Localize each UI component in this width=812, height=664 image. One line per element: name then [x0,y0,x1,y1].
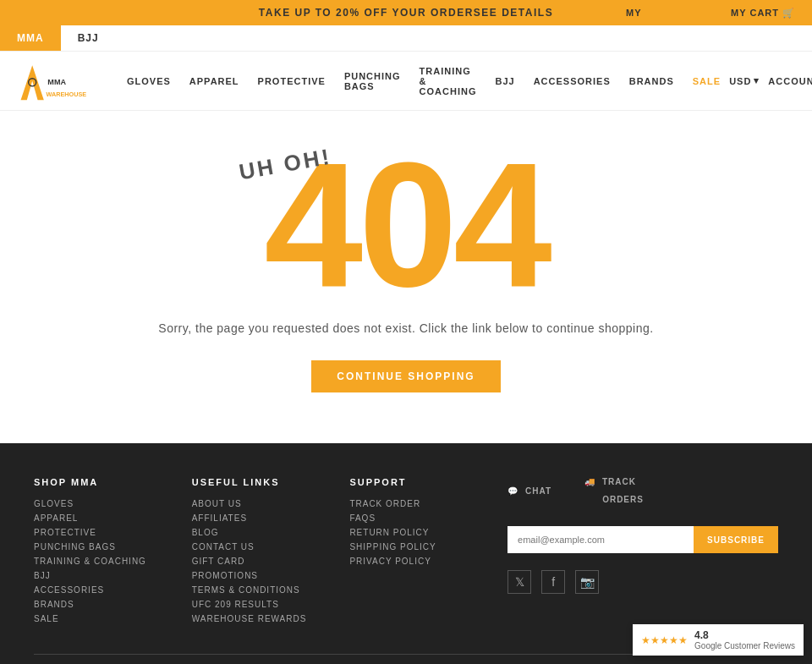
cart-icon: 🛒 [782,8,795,19]
footer-col2-heading: USEFUL LINKS [192,477,333,487]
header: MMA WAREHOUSE GLOVES APPAREL PROTECTIVE … [0,52,812,111]
nav-punching-bags[interactable]: PUNCHING BAGS [336,64,409,98]
usd-selector[interactable]: USD ▾ [729,75,760,86]
nav-apparel[interactable]: APPAREL [181,69,248,93]
footer-link-return[interactable]: RETURN POLICY [349,528,491,537]
google-reviews-label: Google Customer Reviews [694,641,795,650]
footer-link-promotions[interactable]: PROMOTIONS [192,571,333,580]
cart-link[interactable]: MY CART 🛒 [731,8,795,19]
footer-track-chat: 💬 CHAT 🚚 TRACK ORDERS [508,477,778,509]
nav-bjj[interactable]: BJJ [486,69,523,93]
chevron-down-icon: ▾ [754,75,760,86]
tab-bar: MMA BJJ [0,25,812,52]
announcement-bar: MY TAKE UP TO 20% OFF YOUR ORDERSEE DETA… [0,0,812,25]
tab-bjj[interactable]: BJJ [61,25,116,51]
footer-col1-heading: SHOP MMA [34,477,175,487]
nav-sale[interactable]: SALE [684,69,729,93]
footer-link-contact[interactable]: CONTACT US [192,542,333,552]
footer-col-actions: 💬 CHAT 🚚 TRACK ORDERS SUBSCRIBE 𝕏 f [508,477,778,628]
footer-col-shop-mma: SHOP MMA GLOVES APPAREL PROTECTIVE PUNCH… [34,477,175,628]
account-button[interactable]: ACCOUNT [768,76,812,86]
continue-shopping-button[interactable]: CONTINUE SHOPPING [311,360,500,392]
chat-button[interactable]: 💬 CHAT [508,477,551,509]
nav-protective[interactable]: PROTECTIVE [250,69,334,93]
rating-value: 4.8 [694,629,795,641]
footer-link-faqs[interactable]: FAQS [349,513,491,523]
subscribe-email-input[interactable] [508,526,694,553]
subscribe-button[interactable]: SUBSCRIBE [694,526,778,553]
subscribe-form: SUBSCRIBE [508,526,778,553]
error-container: UH OH! 404 [264,145,547,305]
chat-icon: 💬 [508,486,518,496]
footer-col-useful-links: USEFUL LINKS ABOUT US AFFILIATES BLOG CO… [192,477,333,628]
see-details-link[interactable]: SEE DETAILS [474,7,553,19]
instagram-icon[interactable]: 📷 [575,570,599,594]
footer-link-sale[interactable]: SALE [34,614,175,623]
announcement-text: TAKE UP TO 20% OFF YOUR ORDERSEE DETAILS [259,7,553,19]
track-orders-button[interactable]: 🚚 TRACK ORDERS [577,477,644,509]
logo[interactable]: MMA WAREHOUSE [17,58,102,104]
svg-text:MMA: MMA [47,78,66,86]
tab-mma[interactable]: MMA [0,25,61,51]
footer-link-gloves[interactable]: GLOVES [34,499,175,508]
footer-col3-heading: SUPPORT [349,477,491,487]
footer-link-shipping[interactable]: SHIPPING POLICY [349,542,491,552]
footer-link-apparel[interactable]: APPAREL [34,513,175,523]
footer-link-training[interactable]: TRAINING & COACHING [34,557,175,566]
svg-text:WAREHOUSE: WAREHOUSE [47,91,87,98]
footer-link-gift-card[interactable]: GIFT CARD [192,557,333,566]
footer-link-affiliates[interactable]: AFFILIATES [192,513,333,523]
facebook-icon[interactable]: f [541,570,565,594]
footer-link-accessories[interactable]: ACCESSORIES [34,585,175,595]
footer-link-track-order[interactable]: TRACK ORDER [349,499,491,508]
footer-link-punching-bags[interactable]: PUNCHING BAGS [34,542,175,552]
truck-icon: 🚚 [584,477,595,486]
error-section: UH OH! 404 Sorry, the page you requested… [0,111,812,443]
nav-brands[interactable]: BRANDS [621,69,683,93]
footer-link-blog[interactable]: BLOG [192,528,333,537]
footer-link-ufc[interactable]: UFC 209 RESULTS [192,600,333,609]
google-reviews-widget[interactable]: ★★★★★ 4.8 Google Customer Reviews [633,624,804,656]
footer-link-protective[interactable]: PROTECTIVE [34,528,175,537]
star-rating: ★★★★★ [641,634,688,646]
footer-link-terms[interactable]: TERMS & CONDITIONS [192,585,333,595]
header-right: USD ▾ ACCOUNT SUPPORT 🔍 [729,73,812,89]
nav-accessories[interactable]: ACCESSORIES [525,69,619,93]
footer-social: 𝕏 f 📷 [508,570,778,594]
main-nav: GLOVES APPAREL PROTECTIVE PUNCHING BAGS … [118,59,729,103]
footer-link-brands[interactable]: BRANDS [34,600,175,609]
my-link[interactable]: MY [626,8,642,18]
footer-grid: SHOP MMA GLOVES APPAREL PROTECTIVE PUNCH… [34,477,778,628]
footer-link-bjj[interactable]: BJJ [34,571,175,580]
footer-col-support: SUPPORT TRACK ORDER FAQS RETURN POLICY S… [349,477,491,628]
footer-link-warehouse-rewards[interactable]: WAREHOUSE REWARDS [192,614,333,623]
footer-link-about[interactable]: ABOUT US [192,499,333,508]
twitter-icon[interactable]: 𝕏 [508,570,531,594]
nav-gloves[interactable]: GLOVES [118,69,179,93]
footer-link-privacy[interactable]: PRIVACY POLICY [349,557,491,566]
nav-training[interactable]: TRAINING & COACHING [411,59,486,103]
